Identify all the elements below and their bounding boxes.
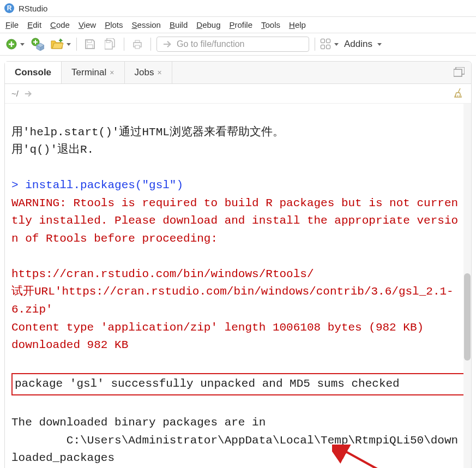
console-url: https://cran.rstudio.com/bin/windows/Rto… [11, 268, 314, 280]
save-button[interactable] [82, 37, 98, 52]
svg-line-9 [343, 450, 447, 468]
goto-placeholder: Go to file/function [177, 39, 245, 49]
svg-rect-3 [87, 45, 93, 49]
svg-rect-7 [135, 45, 140, 49]
toolbar: Go to file/function Addins [0, 33, 476, 56]
tab-label: Terminal [71, 67, 106, 78]
rstudio-logo-icon: R [4, 3, 14, 13]
svg-rect-8 [454, 69, 462, 76]
menu-build[interactable]: Build [170, 20, 188, 29]
chevron-down-icon [67, 43, 71, 46]
menu-session[interactable]: Session [132, 20, 161, 29]
scroll-thumb[interactable] [464, 273, 471, 361]
menu-debug[interactable]: Debug [196, 20, 220, 29]
folder-open-icon [51, 39, 64, 50]
menu-tools[interactable]: Tools [261, 20, 280, 29]
close-icon[interactable]: × [110, 68, 114, 77]
console-command: install.packages("gsl") [25, 179, 183, 191]
scrollbar[interactable] [463, 104, 471, 468]
console-line: 用'help.start()'通过HTML浏览器来看帮助文件。 [11, 126, 284, 139]
menu-profile[interactable]: Profile [230, 20, 253, 29]
tab-label: Jobs [135, 67, 154, 78]
menu-file[interactable]: File [5, 20, 19, 29]
menu-edit[interactable]: Edit [27, 20, 41, 29]
arrow-right-icon [162, 40, 172, 49]
console-line: C:\Users\Administrator\AppData\Local\Tem… [11, 434, 458, 465]
separator [315, 38, 315, 51]
tab-terminal[interactable]: Terminal × [62, 62, 124, 83]
console-pane: Console Terminal × Jobs × ~/ 用'help.star… [4, 61, 472, 468]
print-button[interactable] [130, 37, 145, 52]
console-line: 试开URL'https://cran.rstudio.com/bin/windo… [11, 285, 454, 316]
menu-view[interactable]: View [79, 20, 96, 29]
save-all-icon [105, 38, 117, 50]
save-all-button[interactable] [103, 37, 118, 52]
print-icon [132, 39, 143, 50]
working-dir-label: ~/ [11, 89, 19, 98]
panes-layout-button[interactable] [321, 39, 339, 50]
save-icon [85, 39, 95, 50]
console-success-line: package 'gsl' successfully unpacked and … [15, 377, 400, 390]
console-line: The downloaded binary packages are in [11, 416, 266, 429]
highlight-box: package 'gsl' successfully unpacked and … [11, 373, 465, 395]
grid-icon [321, 39, 332, 50]
tab-label: Console [15, 67, 51, 78]
separator [76, 38, 77, 51]
tab-console[interactable]: Console [5, 62, 62, 83]
addins-dropdown[interactable]: Addins [344, 39, 382, 50]
plus-cube-icon [31, 38, 44, 51]
window-title: RStudio [19, 4, 47, 13]
maximize-pane-button[interactable] [447, 67, 471, 79]
clear-console-button[interactable] [454, 87, 465, 100]
open-file-button[interactable] [51, 39, 71, 50]
console-subbar: ~/ [5, 84, 471, 104]
chevron-down-icon [377, 43, 382, 46]
console-warning: WARNING: Rtools is required to build R p… [11, 197, 458, 245]
window-stack-icon [454, 67, 465, 77]
menu-help[interactable]: Help [289, 20, 306, 29]
goto-file-function-input[interactable]: Go to file/function [156, 37, 309, 52]
menu-plots[interactable]: Plots [105, 20, 123, 29]
separator [150, 38, 151, 51]
console-line: 用'q()'退出R. [11, 143, 94, 156]
close-icon[interactable]: × [157, 68, 161, 77]
menu-code[interactable]: Code [50, 20, 70, 29]
tab-jobs[interactable]: Jobs × [125, 62, 172, 83]
new-file-button[interactable] [5, 38, 25, 50]
plus-circle-icon [5, 38, 17, 50]
window-titlebar: R RStudio [0, 0, 476, 17]
chevron-down-icon [334, 43, 339, 46]
console-prompt: > [11, 179, 25, 191]
menubar: File Edit Code View Plots Session Build … [0, 17, 476, 33]
tab-bar: Console Terminal × Jobs × [5, 62, 471, 84]
new-project-button[interactable] [30, 37, 45, 52]
addins-label: Addins [344, 39, 372, 50]
chevron-down-icon [20, 43, 25, 46]
separator [124, 38, 124, 51]
console-line: downloaded 982 KB [11, 339, 128, 351]
broom-icon [454, 87, 465, 98]
console-line: Content type 'application/zip' length 10… [11, 321, 424, 334]
console-output[interactable]: 用'help.start()'通过HTML浏览器来看帮助文件。 用'q()'退出… [5, 104, 471, 468]
annotation-arrow-icon [332, 445, 452, 468]
arrow-right-icon[interactable] [24, 90, 33, 98]
